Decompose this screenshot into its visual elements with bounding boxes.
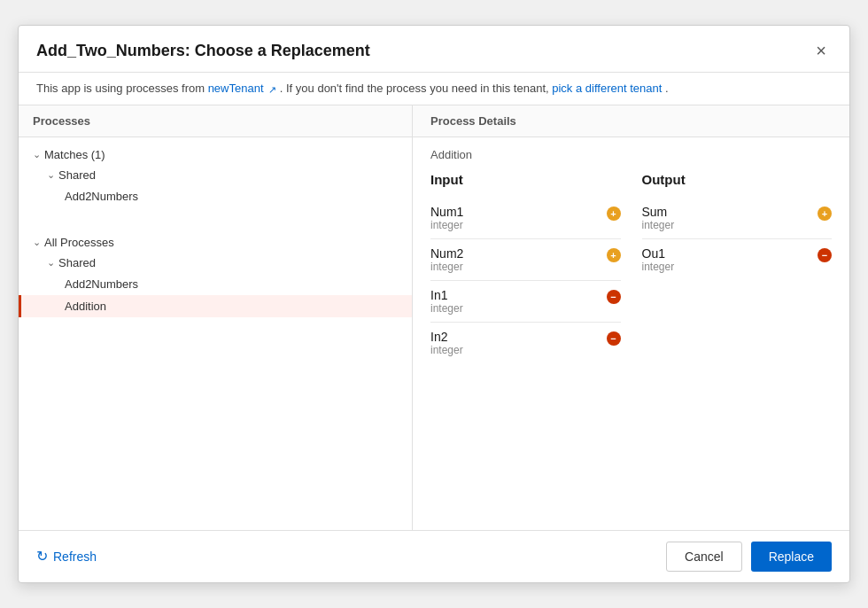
dialog-title: Add_Two_Numbers: Choose a Replacement — [36, 42, 370, 60]
all-add2numbers-item[interactable]: Add2Numbers — [19, 273, 412, 295]
output-column: Output Sum integer + Ou1 integer — [642, 172, 833, 363]
input-in2-badge: − — [607, 331, 621, 346]
output-row-ou1: Ou1 integer − — [642, 239, 833, 280]
output-ou1-badge: − — [818, 248, 832, 262]
input-in1-type: integer — [430, 302, 463, 315]
process-name: Addition — [430, 148, 832, 161]
tenant-link[interactable]: newTenant ↗ — [208, 82, 280, 95]
input-row-num2: Num2 integer + — [430, 239, 621, 281]
all-processes-chevron: ⌄ — [33, 237, 41, 248]
matches-label: Matches (1) — [44, 148, 105, 161]
output-sum-name: Sum — [642, 205, 675, 219]
output-sum-type: integer — [642, 219, 675, 231]
output-header: Output — [642, 172, 833, 194]
input-num1-type: integer — [430, 219, 463, 231]
input-in2-type: integer — [430, 344, 463, 356]
dialog-body: Processes ⌄ Matches (1) ⌄ Shared Add2Num… — [19, 105, 849, 531]
matches-group[interactable]: ⌄ Matches (1) — [19, 144, 412, 165]
input-num1-badge: + — [607, 207, 621, 221]
matches-shared-group[interactable]: ⌄ Shared — [19, 165, 412, 185]
matches-shared-label: Shared — [58, 168, 96, 182]
processes-panel-header: Processes — [19, 105, 412, 137]
all-addition-item[interactable]: Addition — [19, 295, 412, 317]
all-processes-group[interactable]: ⌄ All Processes — [19, 232, 412, 253]
all-shared-chevron: ⌄ — [47, 257, 55, 269]
input-row-num1: Num1 integer + — [430, 198, 621, 239]
external-link-icon: ↗ — [268, 84, 276, 96]
input-in2-name: In2 — [430, 330, 463, 344]
matches-add2numbers-item[interactable]: Add2Numbers — [19, 185, 412, 207]
output-sum-badge: + — [818, 207, 832, 221]
subtitle-end: . — [665, 82, 669, 95]
output-row-sum: Sum integer + — [642, 198, 833, 239]
input-row-in2: In2 integer − — [430, 323, 621, 363]
all-processes-section: ⌄ All Processes ⌄ Shared Add2Numbers Add… — [19, 225, 412, 324]
all-shared-group[interactable]: ⌄ Shared — [19, 253, 412, 273]
matches-chevron: ⌄ — [33, 149, 41, 160]
input-in1-name: In1 — [430, 288, 463, 302]
input-num2-name: Num2 — [430, 246, 463, 261]
details-panel-header: Process Details — [413, 105, 849, 137]
input-header: Input — [430, 172, 621, 194]
cancel-button[interactable]: Cancel — [666, 542, 742, 572]
input-row-in1: In1 integer − — [430, 281, 621, 323]
refresh-icon: ↻ — [36, 548, 48, 565]
subtitle-mid: . If you don't find the process you need… — [280, 82, 552, 95]
dialog-footer: ↻ Refresh Cancel Replace — [19, 531, 849, 582]
replacement-dialog: Add_Two_Numbers: Choose a Replacement × … — [18, 25, 850, 582]
matches-shared-chevron: ⌄ — [47, 169, 55, 181]
all-processes-label: All Processes — [44, 236, 114, 249]
input-num2-badge: + — [607, 248, 621, 262]
io-grid: Input Num1 integer + Num2 integer — [430, 172, 832, 363]
input-column: Input Num1 integer + Num2 integer — [430, 172, 621, 363]
refresh-label: Refresh — [53, 550, 97, 564]
all-shared-label: Shared — [58, 256, 96, 269]
processes-panel: Processes ⌄ Matches (1) ⌄ Shared Add2Num… — [19, 105, 413, 530]
output-ou1-type: integer — [642, 261, 675, 273]
dialog-header: Add_Two_Numbers: Choose a Replacement × — [19, 26, 849, 73]
details-panel: Process Details Addition Input Num1 inte… — [413, 105, 849, 530]
close-button[interactable]: × — [810, 40, 832, 61]
input-num1-name: Num1 — [430, 205, 463, 219]
refresh-button[interactable]: ↻ Refresh — [36, 548, 97, 565]
output-ou1-name: Ou1 — [642, 246, 675, 261]
matches-section: ⌄ Matches (1) ⌄ Shared Add2Numbers — [19, 137, 412, 214]
footer-actions: Cancel Replace — [666, 542, 832, 572]
dialog-subtitle: This app is using processes from newTena… — [19, 73, 849, 105]
input-num2-type: integer — [430, 261, 463, 273]
replace-button[interactable]: Replace — [751, 542, 832, 572]
subtitle-text: This app is using processes from — [36, 82, 208, 95]
input-in1-badge: − — [607, 290, 621, 304]
pick-tenant-link[interactable]: pick a different tenant — [552, 82, 662, 95]
